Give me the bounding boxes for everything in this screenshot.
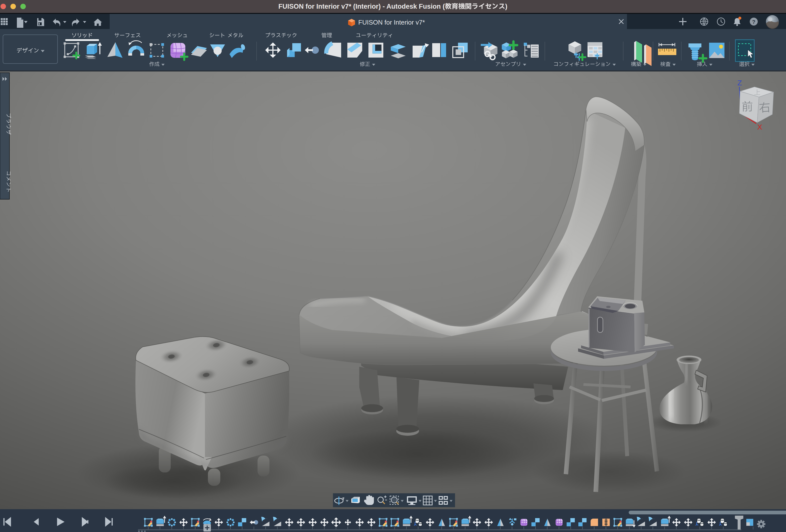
- svg-text:?: ?: [752, 19, 755, 25]
- svg-text:): ): [505, 3, 507, 10]
- svg-text:Z: Z: [737, 79, 742, 87]
- svg-text:FUISON for Interior v7*: FUISON for Interior v7*: [358, 19, 425, 26]
- svg-text:FUISON for Interior v7* (Inter: FUISON for Interior v7* (Interior) - Aut…: [278, 3, 445, 10]
- svg-text:X: X: [757, 123, 762, 131]
